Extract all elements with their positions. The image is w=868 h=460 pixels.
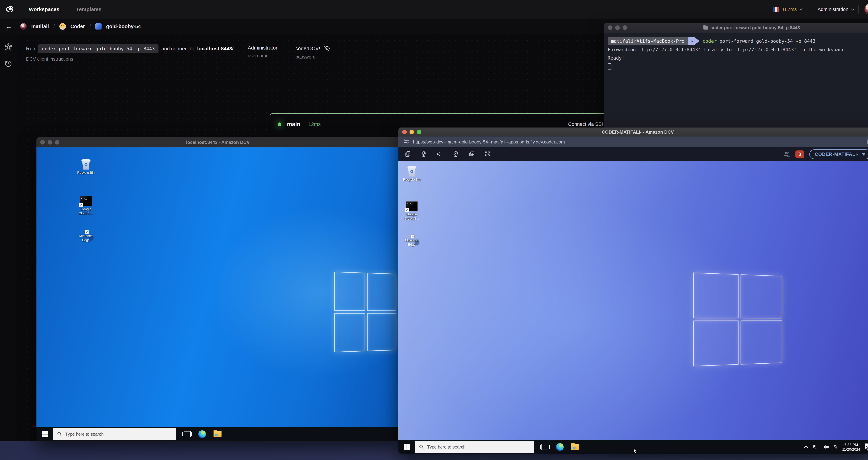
task-view-icon[interactable] [184, 431, 191, 437]
latency-button[interactable]: 187ms [768, 4, 807, 15]
multi-monitor-icon[interactable] [469, 151, 475, 158]
desktop-icon-recycle-bin[interactable]: ♻ Recycle Bin [73, 159, 99, 175]
taskbar-clock[interactable]: 7:38 PM 11/20/2024 [842, 442, 860, 452]
dcv-back-title: localhost:8443 - Amazon DCV [36, 140, 399, 145]
clipboard-icon[interactable] [867, 139, 868, 145]
microphone-muted-icon[interactable] [421, 151, 427, 158]
windows-desktop[interactable]: ♻ Recycle Bin C:\_↗ GoogleCloud S... ↗ M… [36, 147, 399, 427]
tray-chevron-icon[interactable] [804, 445, 808, 449]
template-emoji-icon [59, 23, 66, 30]
site-settings-icon[interactable] [403, 139, 409, 145]
network-icon[interactable] [813, 444, 819, 450]
terminal-titlebar[interactable]: coder port-forward gold-booby-54 -p 8443 [604, 23, 868, 33]
file-explorer-icon[interactable] [214, 431, 221, 437]
history-icon[interactable] [4, 59, 12, 68]
file-explorer-icon[interactable] [571, 444, 579, 450]
desktop-icon-microsoft-edge[interactable]: ↗ MicrosoftEdge [73, 233, 99, 242]
start-button[interactable] [398, 444, 415, 450]
dcv-toolbar: 3 CODER-MATIFALI- [398, 147, 868, 161]
windows-desktop[interactable]: ♻ Recycle Bin C:\_↗ GoogleCloud S... ↗ M… [398, 161, 868, 441]
macos-desktop: Workspaces Templates 187ms Administratio… [0, 0, 868, 460]
taskbar-search[interactable]: Type here to search [53, 428, 176, 440]
terminal-command: coder port-forward gold-booby-54 -p 8443 [703, 38, 815, 44]
windows-wallpaper-logo [334, 272, 396, 352]
search-icon [419, 444, 424, 450]
url-text[interactable]: https://web-dcv--main--gold-booby-54--ma… [413, 139, 565, 145]
administration-button[interactable]: Administration [813, 4, 859, 15]
username-field: Administrator username [248, 45, 277, 59]
connect-via-ssh-label: Connect via SSH [568, 121, 605, 127]
edge-taskbar-icon[interactable] [556, 443, 564, 451]
terminal-cursor [608, 63, 612, 70]
dcv-front-titlebar[interactable]: CODER-MATIFALI- - Amazon DCV [398, 127, 868, 137]
password-label: password [296, 54, 330, 60]
port-forward-command[interactable]: coder port-forward gold-booby-54 -p 8443 [38, 44, 158, 53]
desktop-icon-google-cloud-sdk[interactable]: C:\_↗ GoogleCloud S... [73, 196, 99, 215]
terminal-output-line: Ready! [608, 55, 868, 61]
command-prompt-icon: C:\_↗ [80, 196, 92, 206]
dcv-back-titlebar[interactable]: localhost:8443 - Amazon DCV [36, 137, 399, 147]
url-bar[interactable]: https://web-dcv--main--gold-booby-54--ma… [398, 137, 868, 147]
windows-wallpaper-logo [693, 272, 782, 367]
fullscreen-icon[interactable] [485, 151, 491, 158]
eye-off-icon[interactable] [323, 45, 330, 52]
chevron-down-icon [799, 7, 803, 10]
france-flag-icon [773, 7, 779, 12]
search-icon [57, 432, 62, 437]
password-value: coderDCV! [296, 46, 320, 51]
start-button[interactable] [36, 431, 53, 437]
breadcrumb-template[interactable]: Coder [70, 24, 85, 29]
agent-status-dot [278, 122, 281, 126]
nav-templates[interactable]: Templates [76, 6, 101, 12]
search-placeholder: Type here to search [65, 432, 104, 437]
back-arrow-icon[interactable]: ← [5, 23, 12, 30]
pen-icon[interactable]: ✎ [833, 444, 838, 450]
webcam-disabled-icon[interactable] [453, 151, 459, 158]
coder-logo-icon[interactable] [5, 4, 16, 14]
windows-logo-icon [42, 431, 48, 437]
terminal-content[interactable]: matifali@Atifs-MacBook-Pro ~ coder port-… [604, 33, 868, 76]
dcv-client-instructions-link[interactable]: DCV client instructions [26, 56, 73, 62]
search-placeholder: Type here to search [427, 444, 466, 450]
agent-name: main [287, 121, 300, 127]
volume-icon[interactable] [823, 444, 829, 450]
clock-time: 7:38 PM [844, 442, 858, 447]
port-forward-instructions: Run coder port-forward gold-booby-54 -p … [26, 44, 234, 53]
nav-right-group: 187ms Administration [768, 4, 868, 15]
connect-text: and connect to [161, 46, 194, 52]
chevron-down-icon [851, 7, 855, 10]
collaborators-icon[interactable] [783, 151, 790, 158]
recycle-bin-icon: ♻ [81, 159, 91, 170]
notification-center-icon[interactable]: 1 [865, 443, 868, 451]
username-value: Administrator [248, 45, 277, 51]
desktop-icon-recycle-bin[interactable]: ♻ Recycle Bin [399, 166, 425, 182]
agent-latency: 12ms [308, 121, 321, 127]
session-menu-button[interactable]: CODER-MATIFALI- [809, 149, 868, 159]
user-avatar[interactable] [865, 4, 868, 15]
left-sidebar [0, 34, 17, 441]
connections-badge[interactable]: 3 [796, 150, 804, 158]
taskbar-search[interactable]: Type here to search [415, 441, 534, 453]
dcv-window-web: CODER-MATIFALI- - Amazon DCV https://web… [398, 127, 868, 454]
command-prompt-icon: C:\_↗ [406, 201, 418, 211]
desktop-icon-google-cloud-sdk[interactable]: C:\_↗ GoogleCloud S... [399, 201, 425, 221]
windows-taskbar: Type here to search [36, 427, 399, 441]
breadcrumb-workspace[interactable]: gold-booby-54 [106, 24, 141, 29]
speaker-icon[interactable] [437, 151, 443, 158]
workspace-os-icon [95, 23, 101, 30]
mouse-cursor [633, 448, 639, 454]
nav-workspaces[interactable]: Workspaces [29, 6, 59, 12]
edge-taskbar-icon[interactable] [198, 430, 206, 438]
folder-icon [704, 26, 708, 30]
system-tray: ✎ 7:38 PM 11/20/2024 1 [804, 442, 868, 452]
top-nav: Workspaces Templates 187ms Administratio… [0, 0, 868, 19]
resources-topology-icon[interactable] [4, 43, 12, 51]
session-name: CODER-MATIFALI- [815, 152, 859, 157]
task-view-icon[interactable] [541, 444, 549, 450]
administration-label: Administration [818, 7, 848, 12]
username-label: username [248, 53, 277, 59]
prompt-host: matifali@Atifs-MacBook-Pro [608, 37, 688, 45]
clipboard-sync-icon[interactable] [405, 151, 411, 158]
breadcrumb-user[interactable]: matifali [31, 24, 49, 29]
desktop-icon-microsoft-edge[interactable]: ↗ MicrosoftEdge [399, 237, 425, 247]
